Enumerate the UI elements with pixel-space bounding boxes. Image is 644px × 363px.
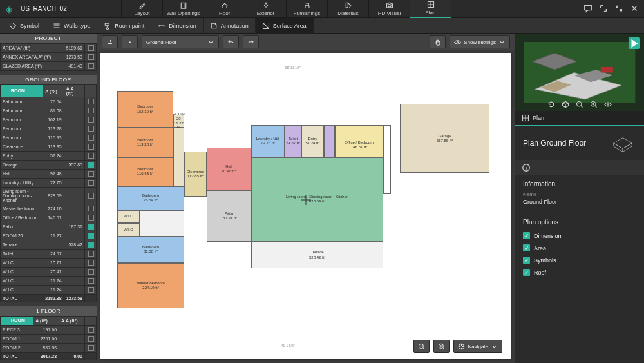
room-laundry-util-[interactable]: Laundry / Util. 72.75 ft²	[251, 125, 285, 157]
option-roof[interactable]: ✓Roof	[523, 266, 636, 279]
preview-go-button[interactable]	[629, 37, 640, 49]
tool-surface-area[interactable]: Surface Area	[256, 18, 314, 34]
checkbox[interactable]	[88, 224, 94, 230]
checkbox[interactable]	[88, 63, 94, 69]
room-row[interactable]: Bathroom81.08	[1, 106, 97, 115]
room-row[interactable]: Garage557.85	[1, 161, 97, 170]
undo-button[interactable]	[223, 35, 239, 48]
checkbox[interactable]	[88, 345, 94, 351]
checkbox[interactable]	[4, 318, 10, 324]
redo-button[interactable]	[243, 35, 259, 48]
room-bathroom[interactable]: Bathroom 76.54 ft²	[117, 186, 184, 210]
room-bedroom[interactable]: Bedroom 113.28 ft²	[117, 128, 173, 157]
room-row[interactable]: Patio187.31	[1, 222, 97, 231]
toptab-furnishings[interactable]: Furnishings	[286, 0, 327, 18]
checkbox[interactable]	[88, 327, 94, 333]
room-row[interactable]: Master bedroom224.10	[1, 204, 97, 213]
checkbox[interactable]	[88, 162, 94, 168]
checkbox[interactable]	[88, 135, 94, 141]
room-row[interactable]: W.I.C11.24	[1, 286, 97, 295]
checkbox[interactable]	[88, 153, 94, 159]
zoom-in-button[interactable]	[433, 340, 450, 353]
room-row[interactable]: PIÈCE 3197.66	[1, 326, 97, 335]
checkbox[interactable]	[88, 108, 94, 113]
option-symbols[interactable]: ✓Symbols	[523, 254, 636, 266]
room-row[interactable]: Office / Bedroom146.61	[1, 213, 97, 222]
chat-icon[interactable]	[583, 4, 592, 14]
room-header[interactable]: ROOM	[1, 85, 43, 97]
preview-refresh-icon[interactable]	[547, 101, 555, 108]
room-row[interactable]: Bedroom162.19	[1, 115, 97, 124]
room-row[interactable]: Clearance113.85	[1, 142, 97, 152]
hand-tool-button[interactable]	[430, 35, 446, 48]
room-row[interactable]: Laundry / Utility72.75	[1, 179, 97, 188]
checkbox[interactable]	[88, 336, 94, 342]
checkbox[interactable]	[88, 269, 94, 275]
room-header[interactable]: ROOM	[1, 317, 33, 326]
tool-annotation[interactable]: Annotation	[204, 18, 256, 34]
option-dimension[interactable]: ✓Dimension	[523, 230, 636, 242]
room-w-i-c[interactable]: W.I.C	[117, 210, 140, 224]
room-patio[interactable]: Patio 187.31 ft²	[207, 190, 251, 242]
checkbox[interactable]	[88, 251, 94, 257]
preview-zoomout-icon[interactable]	[576, 101, 583, 108]
room-row[interactable]: Toilet24.67	[1, 250, 97, 259]
preview-eye-icon[interactable]	[604, 101, 612, 108]
center-dot-button[interactable]	[122, 35, 138, 48]
room-master-bedroom[interactable]: Master bedroom 224.10 ft²	[117, 263, 184, 308]
preview-cube-icon[interactable]	[562, 101, 569, 108]
checkbox[interactable]	[88, 233, 94, 239]
checkbox[interactable]	[88, 206, 94, 211]
tool-dimension[interactable]: Dimension	[151, 18, 204, 34]
room-garage[interactable]: Garage 557.85 ft²	[400, 104, 489, 173]
fullscreen-icon[interactable]	[599, 4, 608, 14]
checkbox[interactable]	[88, 242, 94, 248]
room-row[interactable]: W.I.C11.24	[1, 277, 97, 286]
room-space[interactable]	[324, 125, 335, 157]
toptab-materials[interactable]: Materials	[327, 0, 368, 18]
checkbox[interactable]	[88, 99, 94, 104]
room-room-20[interactable]: ROOM 20 11.27 ft²	[173, 115, 184, 128]
room-row[interactable]: Bedroom113.28	[1, 124, 97, 133]
room-row[interactable]: Bedroom116.93	[1, 133, 97, 142]
checkbox[interactable]	[88, 126, 94, 132]
checkbox[interactable]	[88, 193, 94, 199]
room-row[interactable]: W.I.C20.41	[1, 268, 97, 277]
tool-walls-type[interactable]: Walls type	[46, 18, 97, 34]
tool-symbol[interactable]: Symbol	[3, 18, 46, 34]
checkbox[interactable]	[88, 260, 94, 266]
checkbox[interactable]	[88, 117, 94, 123]
room-bathroom[interactable]: Bathroom 81.08 ft²	[117, 237, 184, 263]
collapse-icon[interactable]	[614, 4, 623, 14]
toptab-exterior[interactable]: Exterior	[245, 0, 286, 18]
toptab-roof[interactable]: Roof	[204, 0, 245, 18]
checkbox[interactable]	[88, 287, 94, 293]
room-row[interactable]: Entry57.24	[1, 152, 97, 161]
room-row[interactable]: W.I.C10.71	[1, 259, 97, 268]
tool-room-paint[interactable]: Room paint	[97, 18, 151, 34]
checkbox[interactable]	[88, 144, 94, 150]
floor-dropdown[interactable]: Ground Floor	[142, 35, 219, 48]
name-field[interactable]: Ground Floor	[523, 197, 636, 208]
checkbox[interactable]	[88, 45, 94, 51]
checkbox[interactable]	[4, 88, 10, 94]
room-clearance[interactable]: Clearance 113.85 ft²	[184, 152, 207, 197]
zoom-out-button[interactable]	[413, 340, 430, 353]
toptab-wall-openings[interactable]: Wall Openings	[162, 0, 204, 18]
checkbox[interactable]	[88, 54, 94, 60]
close-icon[interactable]	[630, 4, 639, 14]
toptab-hd-visual[interactable]: HD Visual	[368, 0, 410, 18]
room-space[interactable]	[140, 210, 184, 237]
preview-3d[interactable]	[515, 34, 644, 111]
room-hall[interactable]: Hall 97.48 ft²	[207, 148, 251, 190]
swap-button[interactable]	[102, 35, 118, 48]
option-area[interactable]: ✓Area	[523, 242, 636, 254]
room-entry[interactable]: Entry 57.24 ft²	[301, 125, 324, 157]
info-icon[interactable]	[522, 163, 531, 172]
room-space[interactable]	[383, 125, 391, 194]
preview-zoomin-icon[interactable]	[590, 101, 598, 108]
checkbox[interactable]	[88, 180, 94, 186]
room-bedroom[interactable]: Bedroom 162.19 ft²	[117, 91, 173, 128]
navigate-dropdown[interactable]: Navigate	[453, 340, 502, 353]
room-row[interactable]: Living room - Dinning room - Kitchen828.…	[1, 188, 97, 204]
